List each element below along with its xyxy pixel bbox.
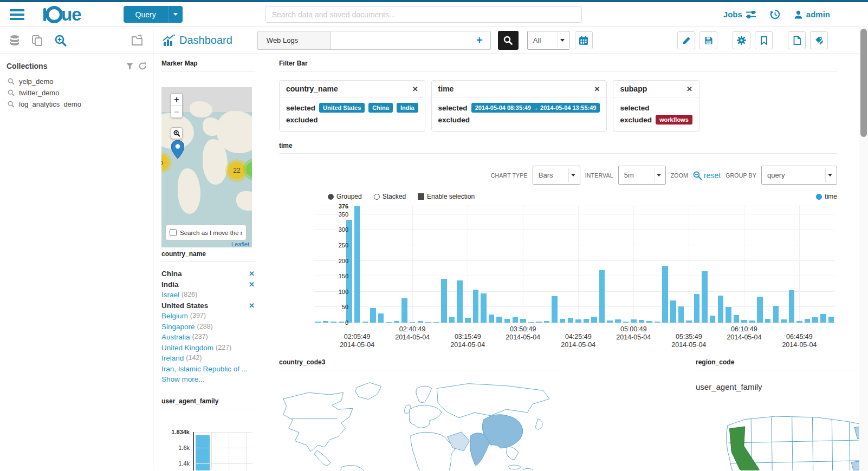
facet-item[interactable]: Iran, Islamic Republic of ...	[161, 364, 255, 375]
time-bar[interactable]	[544, 321, 549, 323]
time-bar[interactable]	[726, 307, 731, 323]
refresh-icon[interactable]	[139, 62, 146, 70]
time-bar[interactable]	[607, 320, 612, 323]
time-bar[interactable]	[765, 319, 770, 323]
map-zoom-out-button[interactable]: −	[171, 106, 182, 117]
filter-chip[interactable]: 2014-05-04 08:35:49 → 2014-05-04 13:55:4…	[471, 103, 600, 113]
time-bar[interactable]	[536, 322, 541, 323]
time-bar[interactable]	[370, 308, 375, 323]
facet-item[interactable]: Belgium(397)	[161, 311, 255, 322]
time-bar[interactable]	[473, 290, 478, 323]
time-bar[interactable]	[591, 317, 597, 323]
hamburger-menu-icon[interactable]	[10, 7, 24, 22]
time-bar[interactable]	[568, 318, 573, 323]
time-bar[interactable]	[528, 322, 534, 323]
global-search-input[interactable]	[265, 6, 582, 23]
time-bar[interactable]	[425, 322, 431, 323]
facet-item-selected[interactable]: India✕	[161, 279, 255, 290]
time-bar[interactable]	[418, 321, 423, 323]
marker-cluster[interactable]: 22	[228, 162, 245, 179]
collection-item[interactable]: twitter_demo	[7, 87, 146, 99]
tags-button[interactable]	[810, 31, 828, 49]
time-bar[interactable]	[805, 319, 810, 323]
time-bar[interactable]	[513, 317, 518, 323]
calendar-button[interactable]	[575, 31, 593, 49]
time-bar[interactable]	[489, 315, 494, 323]
time-bar[interactable]	[796, 321, 802, 323]
edit-dashboard-button[interactable]	[677, 31, 695, 49]
time-bar[interactable]	[749, 320, 755, 323]
collection-item[interactable]: log_analytics_demo	[7, 99, 146, 110]
filter-chip[interactable]: United States	[319, 103, 365, 113]
facet-item[interactable]: United Kingdom(227)	[161, 343, 255, 354]
time-bar[interactable]	[655, 322, 660, 323]
chart-type-select[interactable]: Bars	[533, 166, 580, 185]
facet-item-selected[interactable]: China✕	[161, 269, 255, 279]
vertical-scrollbar[interactable]	[859, 27, 868, 471]
filter-funnel-icon[interactable]	[126, 63, 133, 70]
time-bar[interactable]	[457, 280, 462, 323]
leaflet-map[interactable]: + − 5 22 2	[161, 87, 252, 247]
copy-documents-icon[interactable]	[31, 35, 43, 47]
time-bar[interactable]	[686, 320, 691, 323]
time-bar[interactable]	[662, 266, 668, 323]
time-bar[interactable]	[812, 317, 818, 323]
zoom-reset-link[interactable]: reset	[693, 171, 721, 180]
bookmark-button[interactable]	[755, 31, 773, 49]
time-bar[interactable]	[394, 321, 399, 323]
new-document-button[interactable]	[788, 31, 806, 49]
time-bar[interactable]	[670, 300, 676, 323]
us-map[interactable]	[715, 395, 868, 470]
time-bar[interactable]	[623, 322, 629, 323]
jobs-link[interactable]: Jobs	[723, 10, 756, 19]
time-bar[interactable]	[710, 316, 715, 323]
time-bar[interactable]	[599, 270, 605, 323]
time-bar[interactable]	[615, 319, 620, 323]
time-bar[interactable]	[773, 306, 779, 323]
collection-item[interactable]: yelp_demo	[7, 76, 146, 87]
time-bar[interactable]	[584, 319, 589, 323]
scrollbar-thumb[interactable]	[860, 29, 867, 137]
close-icon[interactable]: ✕	[594, 85, 600, 93]
time-bar[interactable]	[828, 317, 834, 323]
filter-chip[interactable]: India	[397, 103, 418, 113]
history-link[interactable]	[770, 9, 780, 19]
interval-select[interactable]: 5m	[618, 166, 666, 185]
map-magnify-button[interactable]	[171, 127, 183, 139]
time-bar[interactable]	[718, 296, 723, 323]
time-bar[interactable]	[386, 322, 391, 323]
remove-filter-icon[interactable]: ✕	[249, 300, 255, 311]
zoom-in-icon[interactable]	[54, 34, 67, 47]
map-zoom-in-button[interactable]: +	[171, 94, 182, 106]
leaflet-attribution-link[interactable]: Leaflet	[231, 241, 249, 247]
query-dropdown-toggle[interactable]	[168, 6, 183, 23]
map-marker-pin[interactable]	[171, 140, 184, 159]
save-dashboard-button[interactable]	[699, 31, 717, 49]
marker-cluster[interactable]: 2	[246, 161, 252, 178]
remove-filter-icon[interactable]: ✕	[249, 269, 255, 279]
mini-bar[interactable]	[196, 435, 210, 470]
time-bar[interactable]	[433, 322, 439, 323]
time-bar[interactable]	[481, 293, 486, 323]
time-bar[interactable]	[410, 322, 415, 323]
search-button[interactable]	[498, 31, 519, 50]
time-bar[interactable]	[441, 279, 446, 323]
close-icon[interactable]: ✕	[412, 85, 418, 93]
time-bar[interactable]	[496, 317, 502, 323]
time-bar[interactable]	[678, 306, 684, 323]
time-bar[interactable]	[378, 313, 384, 323]
time-bar[interactable]	[646, 321, 652, 323]
add-filter-button[interactable]: +	[469, 31, 490, 49]
query-button[interactable]: Query	[124, 6, 168, 23]
search-as-move-checkbox[interactable]	[170, 229, 177, 236]
time-bar[interactable]	[449, 317, 455, 323]
database-icon[interactable]	[9, 35, 21, 47]
stacked-radio[interactable]: Stacked	[374, 193, 406, 200]
world-map[interactable]	[279, 377, 553, 470]
time-bar[interactable]	[520, 319, 526, 323]
close-icon[interactable]: ✕	[686, 85, 692, 93]
facet-item[interactable]: Israel(826)	[161, 290, 255, 300]
grouped-radio[interactable]: Grouped	[328, 193, 362, 200]
time-bar[interactable]	[575, 319, 581, 323]
time-bar[interactable]	[401, 298, 407, 323]
